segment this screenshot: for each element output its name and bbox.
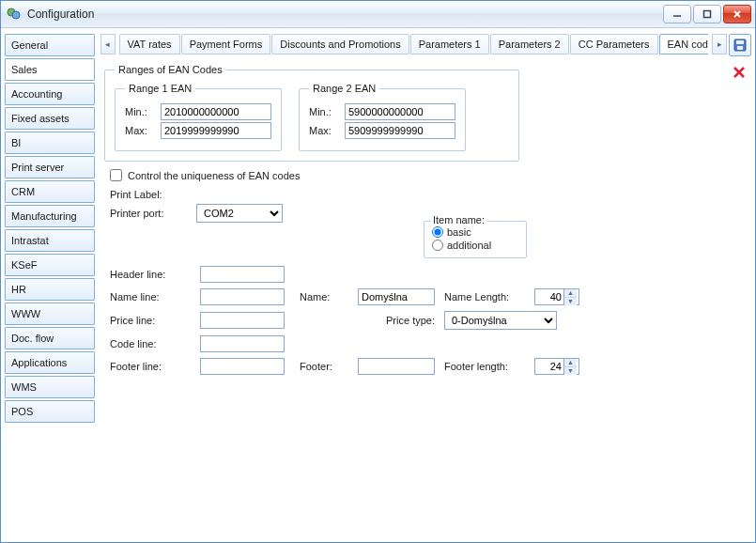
name-line-label: Name line: xyxy=(110,291,194,303)
window-title: Configuration xyxy=(27,8,663,21)
range2-max-label: Max: xyxy=(309,125,341,136)
tab-cc-parameters[interactable]: CC Parameters xyxy=(570,34,658,54)
tab-parameters-1[interactable]: Parameters 1 xyxy=(410,34,489,54)
header-line-input[interactable] xyxy=(200,266,285,283)
footer-length-down[interactable]: ▼ xyxy=(563,367,577,375)
name-length-down[interactable]: ▼ xyxy=(563,298,577,305)
sidebar-item-ksef[interactable]: KSeF xyxy=(5,254,95,276)
sidebar-item-wms[interactable]: WMS xyxy=(5,376,95,398)
sidebar-item-doc-flow[interactable]: Doc. flow xyxy=(5,327,95,349)
header-line-label: Header line: xyxy=(110,269,194,280)
range1-min-label: Min.: xyxy=(125,106,157,117)
sidebar-item-general[interactable]: General xyxy=(5,34,95,56)
range2-min-label: Min.: xyxy=(309,106,341,117)
cancel-button[interactable] xyxy=(729,62,749,83)
range1-group: Range 1 EAN Min.: Max: xyxy=(115,83,282,151)
uniqueness-label: Control the uniqueness of EAN codes xyxy=(128,170,300,181)
sidebar: General Sales Accounting Fixed assets BI… xyxy=(1,28,99,542)
range2-max-input[interactable] xyxy=(345,122,455,139)
range2-group: Range 2 EAN Min.: Max: xyxy=(299,83,466,151)
tab-ean-codes[interactable]: EAN codes xyxy=(659,34,709,54)
name-length-input[interactable] xyxy=(535,289,563,304)
sidebar-item-fixed-assets[interactable]: Fixed assets xyxy=(5,107,95,130)
close-button[interactable] xyxy=(723,5,751,23)
minimize-button[interactable] xyxy=(663,5,691,23)
maximize-button[interactable] xyxy=(693,5,721,23)
tab-parameters-2[interactable]: Parameters 2 xyxy=(490,34,569,54)
sidebar-item-intrastat[interactable]: Intrastat xyxy=(5,229,95,252)
footer-label: Footer: xyxy=(300,361,352,372)
tabs-scroll-left[interactable]: ◂ xyxy=(100,34,116,54)
svg-rect-3 xyxy=(704,11,711,18)
svg-rect-8 xyxy=(737,46,743,50)
tab-payment-forms[interactable]: Payment Forms xyxy=(181,34,271,54)
item-name-basic-radio[interactable] xyxy=(432,226,443,238)
footer-line-label: Footer line: xyxy=(110,361,194,372)
sidebar-item-print-server[interactable]: Print server xyxy=(5,156,95,178)
item-name-basic-option[interactable]: basic xyxy=(432,225,518,239)
price-line-input[interactable] xyxy=(200,312,285,329)
code-line-label: Code line: xyxy=(110,338,194,349)
printer-port-select[interactable]: COM2 xyxy=(196,204,283,223)
printer-port-label: Printer port: xyxy=(110,208,189,219)
print-label-section: Print Label: Printer port: COM2 Item nam… xyxy=(104,189,723,375)
tabs-scroll-right[interactable]: ▸ xyxy=(712,34,727,54)
ranges-group-title: Ranges of EAN Codes xyxy=(115,64,226,75)
name-length-label: Name Length: xyxy=(444,291,529,303)
range1-max-input[interactable] xyxy=(161,122,271,139)
sidebar-item-crm[interactable]: CRM xyxy=(5,180,95,203)
item-name-additional-label: additional xyxy=(447,240,491,251)
footer-length-label: Footer length: xyxy=(444,361,529,372)
footer-length-input[interactable] xyxy=(535,359,563,374)
sidebar-item-bi[interactable]: BI xyxy=(5,132,95,154)
code-line-input[interactable] xyxy=(200,335,285,352)
range1-max-label: Max: xyxy=(125,125,157,136)
tab-vat-rates[interactable]: VAT rates xyxy=(119,34,180,54)
sidebar-item-applications[interactable]: Applications xyxy=(5,351,95,374)
name-input[interactable] xyxy=(358,288,435,305)
range1-min-input[interactable] xyxy=(161,103,271,120)
tabs-row: ◂ VAT rates Payment Forms Discounts and … xyxy=(99,34,755,54)
tab-discounts[interactable]: Discounts and Promotions xyxy=(271,34,409,54)
item-name-legend: Item name: xyxy=(430,214,487,225)
svg-rect-7 xyxy=(736,40,744,44)
sidebar-item-sales[interactable]: Sales xyxy=(5,58,95,81)
name-label: Name: xyxy=(300,291,352,303)
range2-min-input[interactable] xyxy=(345,103,455,120)
ranges-group: Ranges of EAN Codes Range 1 EAN Min.: Ma… xyxy=(104,64,519,162)
footer-line-input[interactable] xyxy=(200,358,285,375)
svg-point-1 xyxy=(12,11,20,19)
titlebar: Configuration xyxy=(1,1,755,28)
item-name-basic-label: basic xyxy=(447,226,471,238)
save-button[interactable] xyxy=(729,34,751,56)
footer-length-up[interactable]: ▲ xyxy=(563,359,577,367)
app-icon xyxy=(7,7,22,22)
name-length-up[interactable]: ▲ xyxy=(563,289,577,298)
range1-title: Range 1 EAN xyxy=(125,83,195,94)
sidebar-item-pos[interactable]: POS xyxy=(5,400,95,423)
item-name-additional-radio[interactable] xyxy=(432,240,443,251)
price-line-label: Price line: xyxy=(110,315,194,326)
footer-input[interactable] xyxy=(358,358,435,375)
name-length-spinner[interactable]: ▲▼ xyxy=(534,288,579,305)
item-name-additional-option[interactable]: additional xyxy=(432,239,518,252)
range2-title: Range 2 EAN xyxy=(309,83,379,94)
print-label-title: Print Label: xyxy=(110,189,723,200)
sidebar-item-manufacturing[interactable]: Manufacturing xyxy=(5,205,95,227)
price-type-select[interactable]: 0-Domyślna xyxy=(444,311,557,330)
sidebar-item-www[interactable]: WWW xyxy=(5,303,95,325)
tab-content: Ranges of EAN Codes Range 1 EAN Min.: Ma… xyxy=(99,54,755,542)
sidebar-item-hr[interactable]: HR xyxy=(5,278,95,301)
price-type-label: Price type: xyxy=(358,315,439,326)
sidebar-item-accounting[interactable]: Accounting xyxy=(5,83,95,105)
footer-length-spinner[interactable]: ▲▼ xyxy=(534,358,579,375)
name-line-input[interactable] xyxy=(200,288,285,305)
uniqueness-checkbox[interactable] xyxy=(110,169,122,181)
main-panel: ◂ VAT rates Payment Forms Discounts and … xyxy=(99,28,755,542)
item-name-group: Item name: basic additional xyxy=(424,221,527,258)
